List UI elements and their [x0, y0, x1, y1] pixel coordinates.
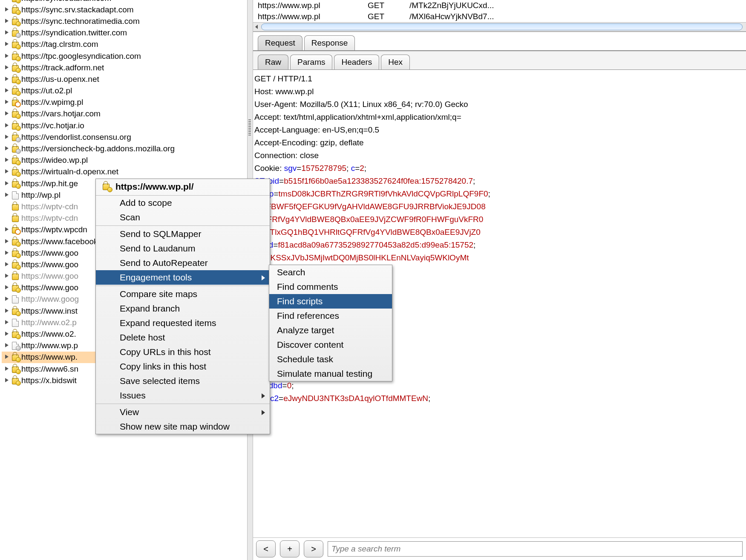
menu-item[interactable]: Send to Laudanum [96, 241, 270, 256]
tree-item[interactable]: https://sync.technoratimedia.com [2, 15, 245, 27]
menu-item[interactable]: Simulate manual testing [269, 367, 392, 381]
menu-item[interactable]: Expand requested items [96, 316, 270, 330]
tab-headers[interactable]: Headers [334, 55, 379, 69]
table-row[interactable]: https://www.wp.plGET/MTk2ZnBjYjUKUCxd... [253, 0, 746, 11]
tree-item[interactable]: https://vars.hotjar.com [2, 108, 245, 120]
expand-icon[interactable] [4, 134, 10, 140]
expand-icon[interactable] [4, 111, 10, 117]
expand-icon[interactable] [4, 53, 10, 59]
expand-icon[interactable] [4, 181, 10, 187]
tree-item-label: https://www.goo [21, 248, 78, 258]
lock-icon [11, 330, 20, 338]
tree-item[interactable]: https://versioncheck-bg.addons.mozilla.o… [2, 143, 245, 154]
menu-item[interactable]: Analyze target [269, 323, 392, 338]
expand-icon[interactable] [4, 30, 10, 36]
expand-icon[interactable] [4, 65, 10, 71]
tree-item[interactable]: https://track.adform.net [2, 62, 245, 73]
menu-item[interactable]: Send to SQLMapper [96, 227, 270, 241]
lock-icon [11, 307, 20, 315]
expand-icon[interactable] [4, 285, 10, 291]
menu-item[interactable]: Delete host [96, 330, 270, 345]
expand-icon[interactable] [4, 192, 10, 198]
menu-item[interactable]: View [96, 405, 270, 419]
expand-icon[interactable] [4, 273, 10, 279]
expand-icon[interactable] [4, 343, 10, 349]
expand-icon[interactable] [4, 0, 10, 1]
search-add-button[interactable]: + [280, 540, 300, 557]
menu-item[interactable]: Send to AutoRepeater [96, 256, 270, 270]
expand-icon[interactable] [4, 262, 10, 268]
lock-icon [11, 295, 20, 303]
expand-icon[interactable] [4, 123, 10, 129]
tree-item-label: http://www.wp.p [21, 341, 78, 350]
search-next-button[interactable]: > [304, 540, 323, 557]
menu-item[interactable]: Copy links in this host [96, 359, 270, 374]
expand-icon[interactable] [4, 320, 10, 326]
expand-icon[interactable] [4, 239, 10, 245]
tree-item[interactable]: https://sync.outbrain.com [2, 0, 245, 4]
expand-icon[interactable] [4, 88, 10, 94]
tree-item[interactable]: https://sync.srv.stackadapt.com [2, 4, 245, 15]
expand-icon[interactable] [4, 41, 10, 47]
menu-item[interactable]: Find references [269, 309, 392, 323]
menu-item[interactable]: Expand branch [96, 301, 270, 316]
menu-item[interactable]: Search [269, 265, 392, 280]
expand-icon[interactable] [4, 366, 10, 372]
table-row[interactable]: https://www.wp.plGET/MXl6aHcwYjkNVBd7... [253, 11, 746, 22]
tree-item[interactable]: https://wirtualn-d.openx.net [2, 166, 245, 178]
expand-icon[interactable] [4, 250, 10, 256]
scrollbar-track[interactable] [261, 23, 743, 30]
scroll-left-arrow[interactable] [253, 23, 260, 31]
menu-item[interactable]: Schedule task [269, 352, 392, 367]
menu-item[interactable]: Discover content [269, 338, 392, 352]
engagement-tools-submenu: SearchFind commentsFind scriptsFind refe… [269, 265, 392, 381]
tab-hex[interactable]: Hex [381, 55, 410, 69]
horizontal-scrollbar[interactable] [253, 22, 746, 32]
expand-icon[interactable] [4, 331, 10, 337]
menu-item[interactable]: Engagement tools [96, 270, 270, 285]
menu-item[interactable]: Show new site map window [96, 419, 270, 434]
search-prev-button[interactable]: < [256, 540, 276, 557]
expand-icon[interactable] [4, 169, 10, 175]
expand-icon[interactable] [4, 76, 10, 82]
tree-item[interactable]: https://vc.hotjar.io [2, 120, 245, 131]
tree-item[interactable]: https://us-u.openx.net [2, 73, 245, 85]
menu-item[interactable]: Save selected items [96, 374, 270, 388]
tree-item[interactable]: https://tag.clrstm.com [2, 39, 245, 50]
menu-item[interactable]: Copy URLs in this host [96, 345, 270, 359]
tab-response[interactable]: Response [304, 35, 355, 50]
menu-item[interactable]: Compare site maps [96, 287, 270, 301]
tree-item[interactable]: https://vendorlist.consensu.org [2, 131, 245, 143]
expand-icon[interactable] [4, 18, 10, 24]
expand-icon[interactable] [4, 146, 10, 152]
tree-item[interactable]: https://syndication.twitter.com [2, 27, 245, 39]
expand-icon[interactable] [4, 308, 10, 314]
menu-item[interactable]: Scan [96, 210, 270, 225]
tree-item[interactable]: https://wideo.wp.pl [2, 155, 245, 166]
tab-raw[interactable]: Raw [258, 55, 288, 69]
tree-item[interactable]: https://v.wpimg.pl [2, 97, 245, 108]
expand-icon[interactable] [4, 354, 10, 360]
proxy-history-table[interactable]: https://www.wp.plGET/MTk2ZnBjYjUKUCxd...… [253, 0, 746, 32]
lock-icon [11, 261, 20, 268]
tree-item-label: https://vc.hotjar.io [21, 121, 84, 130]
tab-request[interactable]: Request [258, 35, 302, 50]
menu-item[interactable]: Add to scope [96, 196, 270, 210]
menu-item[interactable]: Find comments [269, 280, 392, 294]
menu-item[interactable]: Issues [96, 388, 270, 403]
menu-item[interactable]: Find scripts [269, 294, 392, 309]
lock-icon [11, 377, 20, 384]
expand-icon[interactable] [4, 99, 10, 105]
expand-icon[interactable] [4, 296, 10, 302]
tree-item-label: https://tag.clrstm.com [21, 40, 98, 49]
expand-icon[interactable] [4, 378, 10, 384]
expand-icon[interactable] [4, 227, 10, 233]
tab-params[interactable]: Params [290, 55, 332, 69]
expand-icon[interactable] [4, 157, 10, 163]
search-input[interactable] [328, 541, 743, 557]
expand-icon[interactable] [4, 7, 10, 13]
lock-icon [11, 75, 20, 83]
tree-item[interactable]: https://tpc.googlesyndication.com [2, 50, 245, 62]
tree-item[interactable]: https://ut.o2.pl [2, 85, 245, 97]
lock-icon [11, 214, 20, 222]
